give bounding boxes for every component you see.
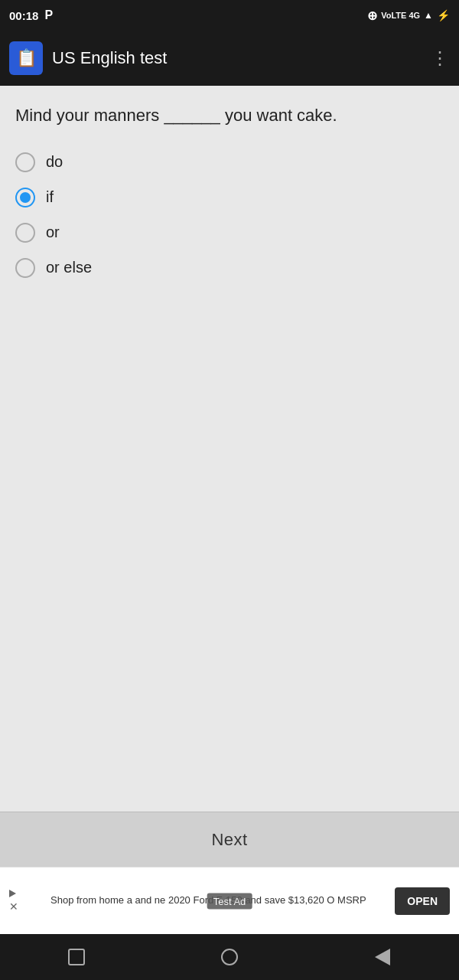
radio-if-inner bbox=[20, 192, 31, 203]
nav-back-button[interactable] bbox=[369, 943, 396, 971]
nav-back-icon bbox=[375, 949, 390, 965]
ad-close-icon[interactable]: ✕ bbox=[9, 900, 18, 913]
radio-do[interactable] bbox=[15, 152, 35, 172]
next-button[interactable]: Next bbox=[0, 812, 459, 867]
option-do[interactable]: do bbox=[15, 152, 444, 172]
question-text: Mind your manners ______ you want cake. bbox=[15, 104, 444, 128]
ad-icon-area: ✕ bbox=[9, 890, 43, 913]
nav-bar bbox=[0, 934, 459, 980]
time-display: 00:18 bbox=[9, 9, 38, 22]
signal-icon: P bbox=[44, 8, 53, 22]
nav-square-icon bbox=[68, 949, 85, 965]
content-spacer bbox=[15, 296, 444, 812]
radio-or-else[interactable] bbox=[15, 258, 35, 278]
signal-bars-icon: ▲ bbox=[424, 10, 433, 21]
more-options-icon[interactable]: ⋮ bbox=[431, 47, 450, 69]
nav-recents-button[interactable] bbox=[63, 943, 90, 971]
ad-open-button[interactable]: OPEN bbox=[395, 887, 450, 915]
radio-or[interactable] bbox=[15, 223, 35, 243]
battery-icon: ⚡ bbox=[437, 9, 450, 21]
option-if[interactable]: if bbox=[15, 188, 444, 207]
add-circle-icon: ⊕ bbox=[367, 8, 377, 23]
option-or-else[interactable]: or else bbox=[15, 258, 444, 278]
option-if-label: if bbox=[46, 188, 54, 206]
next-button-container: Next bbox=[0, 812, 459, 867]
ad-label: Test Ad bbox=[207, 893, 252, 909]
ad-banner: ✕ Shop from home a and ne 2020 Ford F-15… bbox=[0, 867, 459, 934]
option-do-label: do bbox=[46, 153, 63, 171]
option-or[interactable]: or bbox=[15, 223, 444, 243]
option-or-label: or bbox=[46, 224, 60, 241]
nav-circle-icon bbox=[221, 949, 238, 965]
status-right: ⊕ VoLTE 4G ▲ ⚡ bbox=[367, 8, 450, 23]
app-title: US English test bbox=[52, 48, 422, 68]
app-icon: 📋 bbox=[9, 41, 43, 75]
status-bar: 00:18 P ⊕ VoLTE 4G ▲ ⚡ bbox=[0, 0, 459, 31]
ad-play-icon bbox=[9, 890, 16, 897]
app-bar: 📋 US English test ⋮ bbox=[0, 31, 459, 86]
network-label: VoLTE 4G bbox=[381, 11, 420, 20]
main-content: Mind your manners ______ you want cake. … bbox=[0, 86, 459, 812]
option-or-else-label: or else bbox=[46, 259, 92, 276]
radio-if[interactable] bbox=[15, 188, 35, 207]
status-left: 00:18 P bbox=[9, 8, 53, 22]
nav-home-button[interactable] bbox=[216, 943, 243, 971]
options-list: do if or or else bbox=[15, 152, 444, 278]
